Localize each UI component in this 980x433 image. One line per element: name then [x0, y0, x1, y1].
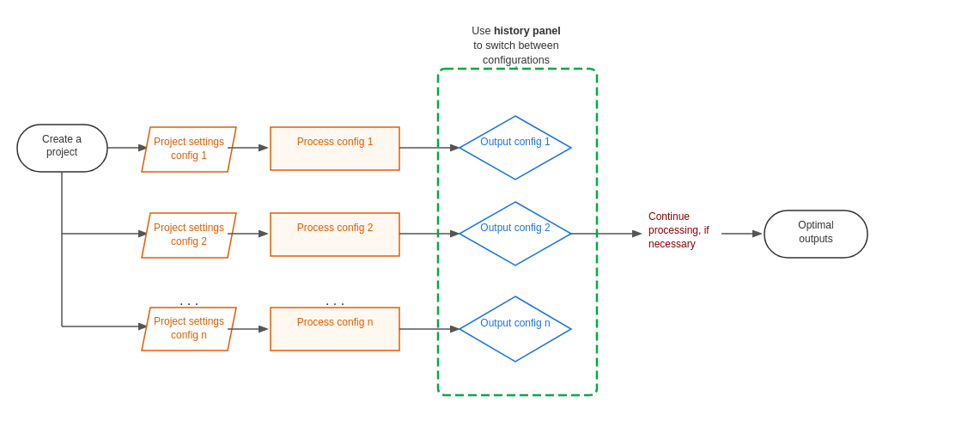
output-n-label: Output config n: [480, 317, 550, 329]
annotation-line2: to switch between: [473, 40, 558, 52]
process-1-label: Process config 1: [297, 136, 374, 148]
dots-1: . . .: [180, 293, 198, 308]
optimal-outputs-label: Optimal: [798, 219, 833, 231]
process-n-label: Process config n: [297, 316, 374, 328]
diagram-container: Create a project Project settings config…: [0, 0, 980, 433]
annotation-line1: Use history panel: [472, 25, 561, 37]
svg-marker-8: [460, 116, 571, 180]
svg-text:config n: config n: [171, 329, 207, 341]
svg-rect-23: [271, 308, 399, 351]
svg-text:processing, if: processing, if: [648, 224, 709, 236]
svg-text:outputs: outputs: [799, 233, 832, 245]
svg-text:config 2: config 2: [171, 235, 207, 247]
create-project-label: Create a: [42, 133, 82, 145]
svg-rect-14: [271, 213, 399, 256]
svg-text:necessary: necessary: [648, 238, 696, 250]
output-1-label: Output config 1: [480, 136, 551, 148]
proj-settings-1-label: Project settings: [154, 136, 224, 148]
svg-text:config 1: config 1: [171, 149, 207, 162]
dots-2: . . .: [326, 293, 344, 308]
annotation-line3: configurations: [483, 54, 550, 66]
svg-text:project: project: [46, 146, 78, 158]
svg-marker-25: [460, 296, 571, 362]
process-2-label: Process config 2: [297, 222, 374, 234]
svg-rect-6: [271, 127, 399, 170]
output-2-label: Output config 2: [480, 222, 551, 234]
proj-settings-n-label: Project settings: [154, 315, 224, 327]
continue-label: Continue: [648, 210, 690, 223]
diagram-svg: Create a project Project settings config…: [0, 0, 980, 433]
svg-marker-16: [460, 202, 571, 265]
proj-settings-2-label: Project settings: [154, 222, 224, 234]
